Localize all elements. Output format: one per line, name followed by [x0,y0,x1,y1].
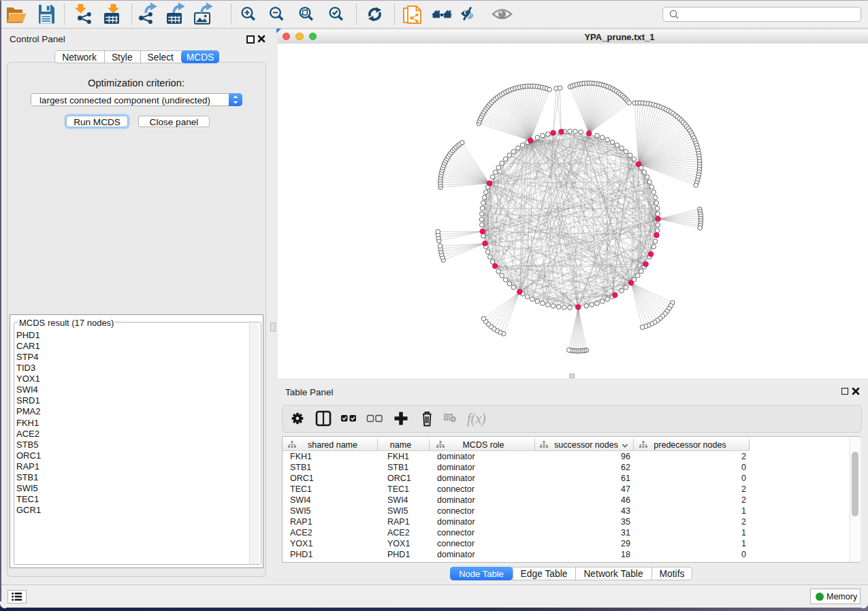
svg-text:f(x): f(x) [467,411,486,427]
